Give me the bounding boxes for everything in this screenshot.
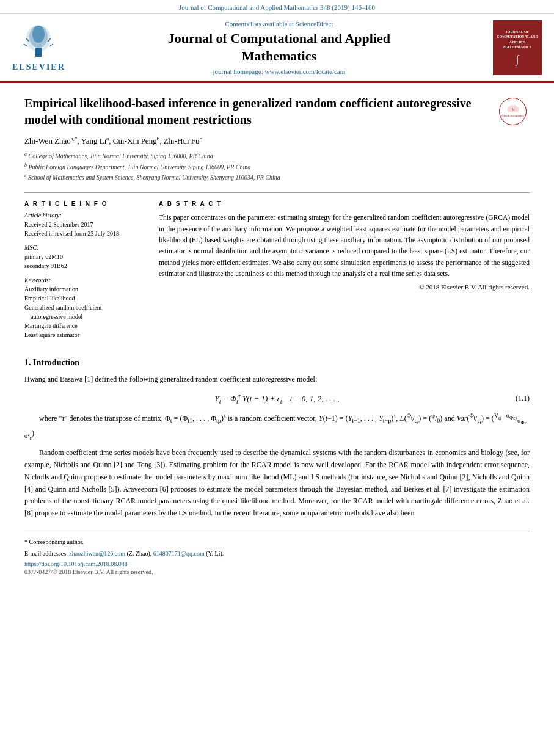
journal-title-text: Journal of Computational and Applied Mat… [71,30,487,65]
keyword-5: Least square estimator [24,330,147,340]
article-info-abstract-section: A R T I C L E I N F O Article history: R… [24,192,530,346]
received-2: Received in revised form 23 July 2018 [24,229,147,238]
journal-cover-image: JOURNAL OF COMPUTATIONAL AND APPLIED MAT… [493,20,542,75]
keyword-1: Auxiliary information [24,285,147,294]
affiliations-block: a College of Mathematics, Jilin Normal U… [24,151,530,183]
journal-citation-bar: Journal of Computational and Applied Mat… [0,0,554,14]
abstract-heading: A B S T R A C T [159,200,530,207]
equation-1-1-text: Yt = Φtτ Y(t − 1) + εt, t = 0, 1, 2, . .… [215,392,340,405]
article-info-column: A R T I C L E I N F O Article history: R… [24,200,147,346]
journal-citation-text: Journal of Computational and Applied Mat… [179,4,375,11]
svg-text:↻: ↻ [512,108,514,111]
intro-paragraph-1: Hwang and Basawa [1] defined the followi… [24,374,530,386]
email2-link[interactable]: 614807171@qq.com [153,550,205,557]
affiliation-a: a College of Mathematics, Jilin Normal U… [24,151,530,161]
intro-p3-text: Random coefficient time series models ha… [24,447,530,520]
msc-label: MSC: [24,244,147,251]
copyright-line: © 2018 Elsevier B.V. All rights reserved… [159,283,530,291]
history-label: Article history: [24,212,147,219]
contents-available-line: Contents lists available at ScienceDirec… [71,20,487,27]
doi-link[interactable]: https://doi.org/10.1016/j.cam.2018.08.04… [24,561,128,567]
keyword-3b: autoregressive model [24,312,147,321]
msc-block: MSC: primary 62M10 secondary 91B62 [24,244,147,271]
email1-author: (Z. Zhao), [125,550,153,557]
check-updates-badge: ↻ Check for updates [499,98,530,125]
msc-secondary: secondary 91B62 [24,261,147,271]
affiliation-c: c School of Mathematics and System Scien… [24,172,530,183]
article-info-heading: A R T I C L E I N F O [24,200,147,207]
cover-title-text: JOURNAL OF COMPUTATIONAL AND APPLIED MAT… [495,29,539,50]
contents-prefix-text: Contents lists available at [225,20,295,27]
corresponding-author-note: * Corresponding author. [24,539,84,545]
homepage-url[interactable]: www.elsevier.com/locate/cam [264,68,345,75]
svg-line-7 [49,44,53,46]
journal-header: ELSEVIER Contents lists available at Sci… [0,14,554,83]
check-updates-icon: ↻ [507,104,519,113]
paper-content: Empirical likelihood-based inference in … [0,83,554,587]
author-zhiwen: Zhi-Wen Zhao [24,136,71,145]
intro-p2-text: where "τ" denotes the transpose of matri… [24,411,530,442]
email-label: E-mail addresses: [24,550,69,557]
intro-p1-text: Hwang and Basawa [1] defined the followi… [24,374,530,386]
authors-line: Zhi-Wen Zhaoa,*, Yang Lia, Cui-Xin Pengb… [24,136,530,146]
check-updates-label: Check for updates [501,114,523,118]
keyword-3: Generalized random coefficient [24,303,147,312]
check-updates-circle: ↻ Check for updates [499,98,527,125]
footnote-email: E-mail addresses: zhaozhiwen@126.com (Z.… [24,549,530,558]
affiliation-b: b Public Foreign Languages Department, J… [24,162,530,172]
section-1: 1. Introduction Hwang and Basawa [1] def… [24,358,530,520]
email1-link[interactable]: zhaozhiwen@126.com [69,550,125,557]
paper-title-section: Empirical likelihood-based inference in … [24,95,530,128]
keywords-label: Keywords: [24,277,147,283]
doi-line: https://doi.org/10.1016/j.cam.2018.08.04… [24,561,530,567]
intro-paragraph-3: Random coefficient time series models ha… [24,447,530,520]
email2-author: (Y. Li). [205,550,224,557]
keyword-2: Empirical likelihood [24,294,147,303]
svg-point-3 [32,26,45,43]
svg-line-6 [24,44,27,46]
footnote-star: * Corresponding author. [24,537,530,547]
cover-math-symbol: ∫ [516,53,519,66]
issn-line: 0377-0427/© 2018 Elsevier B.V. All right… [24,569,530,575]
elsevier-logo: ELSEVIER [12,23,65,72]
msc-primary: primary 62M10 [24,252,147,261]
section-1-heading: 1. Introduction [24,358,530,368]
equation-1-1: Yt = Φtτ Y(t − 1) + εt, t = 0, 1, 2, . .… [24,392,530,405]
article-history-block: Article history: Received 2 September 20… [24,212,147,238]
elsevier-brand-text: ELSEVIER [12,62,65,72]
paper-title: Empirical likelihood-based inference in … [24,95,493,128]
keyword-4: Martingale difference [24,321,147,330]
sciencedirect-link[interactable]: ScienceDirect [296,20,333,27]
journal-homepage-line: journal homepage: www.elsevier.com/locat… [71,68,487,75]
abstract-text: This paper concentrates on the parameter… [159,212,530,279]
journal-center-info: Contents lists available at ScienceDirec… [71,20,487,75]
equation-1-1-number: (1.1) [516,394,530,403]
abstract-column: A B S T R A C T This paper concentrates … [159,200,530,346]
intro-paragraph-2: where "τ" denotes the transpose of matri… [24,411,530,442]
homepage-prefix: journal homepage: [213,68,265,75]
elsevier-tree-icon [14,23,63,60]
section-1-heading-text: 1. Introduction [24,358,79,367]
keywords-block: Keywords: Auxiliary information Empirica… [24,277,147,340]
footnote-section: * Corresponding author. E-mail addresses… [24,532,530,575]
received-1: Received 2 September 2017 [24,220,147,229]
